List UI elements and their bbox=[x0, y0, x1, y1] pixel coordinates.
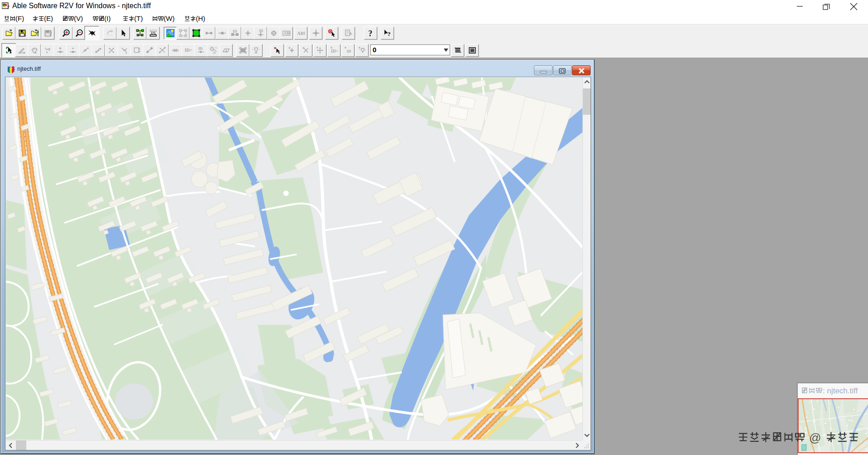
svg-text:ID: ID bbox=[259, 29, 263, 33]
svg-text:ABC: ABC bbox=[297, 31, 305, 36]
svg-text:ID=: ID= bbox=[184, 48, 192, 53]
svg-text:ID: ID bbox=[198, 46, 202, 51]
svg-text:?: ? bbox=[368, 29, 372, 37]
svg-text:ID=: ID= bbox=[331, 49, 338, 54]
svg-text:0: 0 bbox=[211, 47, 213, 50]
svg-text:?: ? bbox=[388, 30, 391, 37]
svg-text:ABC: ABC bbox=[283, 31, 290, 35]
svg-text:ID: ID bbox=[346, 49, 351, 54]
svg-text:ID: ID bbox=[233, 29, 237, 34]
